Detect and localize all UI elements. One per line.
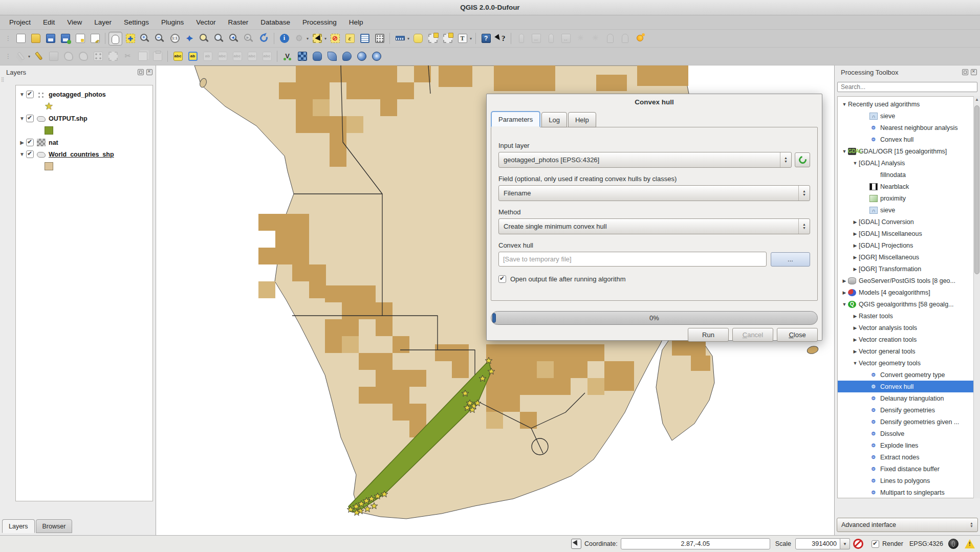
toolbox-tree-item-gdal-analysis[interactable]: ▼[GDAL] Analysis <box>838 157 977 169</box>
toolbox-tree-item-gdal-ogr-15-geoalgorithms[interactable]: ▼GDALGDAL/OGR [15 geoalgorithms] <box>838 145 977 157</box>
save-project-as-icon[interactable] <box>58 32 72 46</box>
browse-button[interactable]: ... <box>771 252 810 267</box>
toolbox-tree-item-vector-creation-tools[interactable]: ▶Vector creation tools <box>838 334 977 345</box>
expand-arrow-icon[interactable]: ▶ <box>841 278 848 283</box>
scale-input[interactable]: 3914000 <box>795 538 840 549</box>
tab-help[interactable]: Help <box>568 112 596 127</box>
close-panel-icon[interactable] <box>146 69 153 75</box>
layer-row-nat[interactable]: ▶ nat <box>18 137 153 148</box>
collapse-arrow-icon[interactable]: ▼ <box>18 151 26 157</box>
toolbox-tree-item-vector-general-tools[interactable]: ▶Vector general tools <box>838 345 977 357</box>
menu-processing[interactable]: Processing <box>296 15 343 29</box>
composer-manager-icon[interactable] <box>88 32 102 46</box>
toolbox-tree-item-explode-lines[interactable]: ⚙Explode lines <box>838 439 977 451</box>
toolbox-tree-item-multipart-to-singleparts[interactable]: ⚙Multipart to singleparts <box>838 487 977 498</box>
toolbox-tree-item-densify-geometries[interactable]: ⚙Densify geometries <box>838 404 977 416</box>
toolbox-tree-item-sieve[interactable]: ∩sieve <box>838 110 977 122</box>
toolbox-tree-item-convert-geometry-type[interactable]: ⚙Convert geometry type <box>838 369 977 381</box>
menu-help[interactable]: Help <box>343 15 369 29</box>
open-project-icon[interactable] <box>29 32 42 46</box>
raster-tool-icon[interactable] <box>295 50 309 63</box>
measure-line-icon[interactable] <box>393 32 407 46</box>
collapse-arrow-icon[interactable]: ▼ <box>18 92 26 97</box>
menu-layer[interactable]: Layer <box>88 15 118 29</box>
toolbox-tree-item-vector-geometry-tools[interactable]: ▼Vector geometry tools <box>838 357 977 369</box>
toolbox-tree-item-models-4-geoalgorithms[interactable]: ▶Models [4 geoalgorithms] <box>838 286 977 298</box>
new-project-icon[interactable] <box>14 32 28 46</box>
whats-this-icon[interactable]: ? <box>494 32 508 46</box>
pan-map-icon[interactable] <box>108 32 122 46</box>
layer-checkbox[interactable] <box>26 91 34 98</box>
toolbox-tree-item-geoserver-postgis-tools-8-geo[interactable]: ▶GeoServer/PostGIS tools [8 geo... <box>838 275 977 286</box>
text-annotation-dropdown-icon[interactable]: ▾ <box>470 36 472 41</box>
float-panel-icon[interactable] <box>962 69 968 75</box>
layer-checkbox[interactable] <box>26 150 34 158</box>
zoom-out-icon[interactable]: − <box>153 32 167 46</box>
toolbox-tree-item-convex-hull[interactable]: ⚙Convex hull <box>838 134 977 145</box>
toolbox-tree-item-delaunay-triangulation[interactable]: ⚙Delaunay triangulation <box>838 392 977 404</box>
map-refresh-icon[interactable] <box>257 32 271 46</box>
float-panel-icon[interactable] <box>138 69 144 75</box>
toolbox-tree-item-densify-geometries-given[interactable]: ⚙Densify geometries given ... <box>838 416 977 428</box>
input-layer-select[interactable]: geotagged_photos [EPSG:4326] ▲▼ <box>498 152 792 168</box>
mssql-layer-icon[interactable] <box>340 50 354 63</box>
label-pinned-icon[interactable]: ab <box>186 50 200 63</box>
toolbox-tree-item-gdal-miscellaneous[interactable]: ▶[GDAL] Miscellaneous <box>838 228 977 239</box>
render-checkbox[interactable] <box>872 540 879 548</box>
toolbox-tree-item-dissolve[interactable]: ⚙Dissolve <box>838 428 977 439</box>
close-panel-icon[interactable] <box>971 69 977 75</box>
crs-status[interactable]: EPSG:4326 <box>909 540 943 547</box>
toggle-editing-icon[interactable] <box>32 50 46 63</box>
highlight-labels-icon[interactable]: abc <box>171 50 185 63</box>
select-features-icon[interactable] <box>310 32 324 46</box>
zoom-to-selection-icon[interactable] <box>198 32 211 46</box>
toolbox-tree-item-convex-hull[interactable]: ⚙Convex hull <box>838 381 977 392</box>
crs-globe-icon[interactable] <box>948 539 959 549</box>
tree-scrollbar[interactable]: ▲ <box>973 96 980 498</box>
wms-layer-icon[interactable] <box>355 50 368 63</box>
zoom-full-extent-icon[interactable]: ◀▶ <box>183 32 197 46</box>
expand-arrow-icon[interactable]: ▶ <box>18 140 26 145</box>
expand-arrow-icon[interactable]: ▶ <box>852 255 859 260</box>
toolbox-tree-item-proximity[interactable]: proximity <box>838 192 977 204</box>
run-button[interactable]: Run <box>688 328 729 342</box>
toolbox-tree-item-gdal-conversion[interactable]: ▶[GDAL] Conversion <box>838 216 977 228</box>
zoom-native-icon[interactable]: 1:1 <box>168 32 182 46</box>
text-annotation-icon[interactable]: T <box>455 32 469 46</box>
zoom-in-icon[interactable]: + <box>138 32 152 46</box>
menu-settings[interactable]: Settings <box>118 15 155 29</box>
expand-arrow-icon[interactable]: ▶ <box>841 290 848 295</box>
messages-warning-icon[interactable] <box>965 539 975 548</box>
menu-view[interactable]: View <box>61 15 88 29</box>
menu-project[interactable]: Project <box>3 15 37 29</box>
mouse-position-icon[interactable] <box>571 539 581 549</box>
collapse-arrow-icon[interactable]: ▼ <box>852 361 859 366</box>
show-bookmarks-icon[interactable] <box>441 32 454 46</box>
collapse-arrow-icon[interactable]: ▼ <box>852 161 859 166</box>
select-by-expression-icon[interactable]: ε <box>343 32 357 46</box>
zoom-to-layer-icon[interactable] <box>212 32 226 46</box>
toolbox-tree-item-gdal-projections[interactable]: ▶[GDAL] Projections <box>838 239 977 251</box>
menu-vector[interactable]: Vector <box>190 15 222 29</box>
toolbox-tree-item-raster-tools[interactable]: ▶Raster tools <box>838 310 977 322</box>
topology-nodes-icon[interactable]: V <box>280 50 294 63</box>
toolbox-tree-item-recently-used-algorithms[interactable]: ▼Recently used algorithms <box>838 98 977 110</box>
touch-tool-icon[interactable] <box>633 32 647 46</box>
collapse-arrow-icon[interactable]: ▼ <box>841 102 848 107</box>
new-print-composer-icon[interactable] <box>73 32 87 46</box>
toolbox-tree-item-fillnodata[interactable]: fillnodata <box>838 169 977 181</box>
method-select[interactable]: Create single minimum convex hull ▲▼ <box>498 218 810 234</box>
expand-arrow-icon[interactable]: ▶ <box>852 267 859 272</box>
zoom-last-icon[interactable]: ◂ <box>227 32 241 46</box>
layer-row-output-shp[interactable]: ▼ OUTPUT.shp <box>18 113 153 124</box>
toolbox-tree-item-ogr-miscellaneous[interactable]: ▶[OGR] Miscellaneous <box>838 251 977 263</box>
field-calculator-icon[interactable] <box>373 32 386 46</box>
menu-database[interactable]: Database <box>254 15 296 29</box>
map-tips-icon[interactable] <box>411 32 425 46</box>
tab-log[interactable]: Log <box>541 112 567 127</box>
select-features-dropdown-icon[interactable]: ▾ <box>324 36 326 41</box>
field-select[interactable]: Filename ▲▼ <box>498 185 810 201</box>
layer-row-geotagged-photos[interactable]: ▼ geotagged_photos <box>18 89 153 100</box>
postgis-layer-icon[interactable] <box>310 50 324 63</box>
expand-arrow-icon[interactable]: ▶ <box>852 243 859 248</box>
